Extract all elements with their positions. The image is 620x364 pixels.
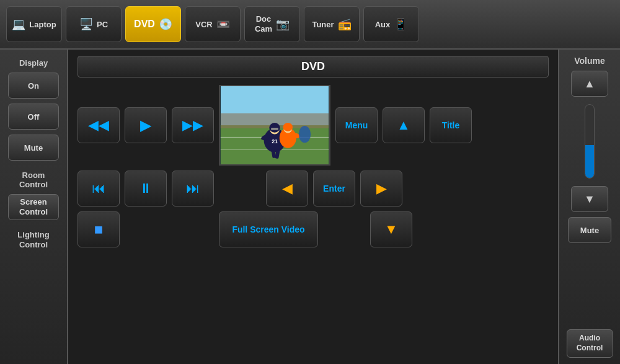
title-btn[interactable]: Title	[430, 107, 472, 143]
menu-btn[interactable]: Menu	[335, 107, 378, 143]
right-sidebar: Volume ▲ ▼ Mute AudioControl	[558, 50, 620, 364]
volume-mute-btn[interactable]: Mute	[568, 217, 611, 243]
doccam-icon: 📷	[276, 17, 290, 31]
volume-up-btn[interactable]: ▲	[571, 71, 608, 97]
dvd-icon: 💿	[159, 17, 172, 31]
source-laptop-btn[interactable]: 💻 Laptop	[6, 6, 62, 42]
source-bar: 💻 Laptop 🖥️ PC DVD 💿 VCR 📼 DocCam 📷 Tune…	[0, 0, 620, 50]
play-btn[interactable]: ▶	[125, 107, 167, 143]
enter-btn[interactable]: Enter	[313, 171, 355, 206]
svg-point-17	[299, 126, 311, 143]
volume-slider-fill	[585, 145, 594, 178]
skip-back-btn[interactable]: ⏮	[78, 171, 120, 206]
menu-label: Menu	[345, 120, 368, 130]
volume-slider-row	[585, 102, 595, 181]
lighting-control-label: LightingControl	[17, 230, 49, 249]
volume-down-btn[interactable]: ▼	[571, 186, 608, 212]
audio-control-btn[interactable]: AudioControl	[567, 329, 613, 358]
screen-control-btn[interactable]: ScreenControl	[8, 194, 59, 220]
display-off-btn[interactable]: Off	[8, 104, 59, 130]
source-dvd-btn[interactable]: DVD 💿	[125, 6, 181, 42]
controls-row-1: ◀◀ ▶ ▶▶	[78, 85, 549, 166]
volume-label: Volume	[574, 56, 605, 66]
aux-icon: 📱	[394, 17, 407, 31]
controls-row-2: ⏮ ⏸ ⏭ ◀ Enter ▶	[78, 171, 549, 206]
center-area: DVD ◀◀ ▶ ▶▶	[68, 50, 558, 364]
volume-down-icon: ▼	[584, 193, 595, 206]
spacer-1	[125, 211, 167, 247]
source-doccam-label: DocCam	[255, 14, 272, 33]
arrow-right-icon: ▶	[376, 180, 387, 197]
svg-point-11	[283, 123, 293, 131]
room-control-label: RoomControl	[19, 171, 48, 189]
pc-icon: 🖥️	[79, 17, 93, 31]
source-pc-btn[interactable]: 🖥️ PC	[66, 6, 122, 42]
left-sidebar: Display On Off Mute RoomControl ScreenCo…	[0, 50, 68, 364]
source-laptop-label: Laptop	[29, 20, 56, 29]
volume-up-icon: ▲	[584, 78, 595, 91]
arrow-down-icon: ▼	[384, 221, 398, 237]
rewind-icon: ◀◀	[88, 117, 109, 133]
spacer-4	[417, 211, 459, 247]
dvd-title-bar: DVD	[78, 56, 549, 78]
fast-forward-icon: ▶▶	[182, 117, 203, 133]
source-aux-btn[interactable]: Aux 📱	[363, 6, 419, 42]
arrow-left-icon: ◀	[282, 180, 293, 197]
video-svg: 21	[220, 86, 329, 164]
arrow-up-icon: ▲	[397, 117, 410, 133]
source-tuner-btn[interactable]: Tuner 📻	[304, 6, 360, 42]
display-mute-btn[interactable]: Mute	[8, 135, 59, 161]
source-vcr-label: VCR	[195, 20, 212, 29]
play-icon: ▶	[140, 117, 151, 134]
enter-label: Enter	[323, 184, 345, 193]
skip-back-icon: ⏮	[92, 180, 105, 197]
display-label: Display	[19, 58, 48, 68]
source-vcr-btn[interactable]: VCR 📼	[185, 6, 241, 42]
pause-btn[interactable]: ⏸	[125, 171, 167, 206]
fast-forward-btn[interactable]: ▶▶	[172, 107, 214, 143]
source-dvd-label: DVD	[134, 19, 155, 30]
main-layout: Display On Off Mute RoomControl ScreenCo…	[0, 50, 620, 364]
source-tuner-label: Tuner	[312, 20, 334, 29]
vcr-icon: 📼	[216, 17, 230, 31]
source-pc-label: PC	[97, 20, 108, 29]
arrow-up-btn[interactable]: ▲	[383, 107, 425, 143]
controls-row-3: ■ Full Screen Video ▼	[78, 211, 549, 247]
laptop-icon: 💻	[12, 17, 25, 31]
source-aux-label: Aux	[375, 20, 391, 29]
skip-forward-icon: ⏭	[186, 180, 200, 197]
pause-icon: ⏸	[139, 180, 153, 197]
stop-icon: ■	[94, 221, 104, 238]
tuner-icon: 📻	[338, 17, 352, 31]
display-on-btn[interactable]: On	[8, 73, 59, 99]
arrow-left-btn[interactable]: ◀	[266, 171, 308, 206]
stop-btn[interactable]: ■	[78, 211, 120, 247]
controls-grid: ◀◀ ▶ ▶▶	[78, 85, 549, 358]
arrow-down-btn[interactable]: ▼	[370, 211, 412, 247]
source-doccam-btn[interactable]: DocCam 📷	[244, 6, 300, 42]
video-spacer	[219, 171, 261, 206]
volume-slider[interactable]	[585, 104, 595, 179]
arrow-right-btn[interactable]: ▶	[360, 171, 402, 206]
full-screen-btn[interactable]: Full Screen Video	[219, 211, 318, 247]
svg-rect-8	[271, 128, 278, 130]
spacer-2	[172, 211, 214, 247]
title-label: Title	[442, 120, 460, 130]
full-screen-label: Full Screen Video	[232, 224, 304, 234]
video-preview: 21	[219, 85, 330, 166]
svg-text:21: 21	[272, 138, 278, 144]
spacer-3	[323, 211, 365, 247]
skip-forward-btn[interactable]: ⏭	[172, 171, 214, 206]
rewind-btn[interactable]: ◀◀	[78, 107, 120, 143]
